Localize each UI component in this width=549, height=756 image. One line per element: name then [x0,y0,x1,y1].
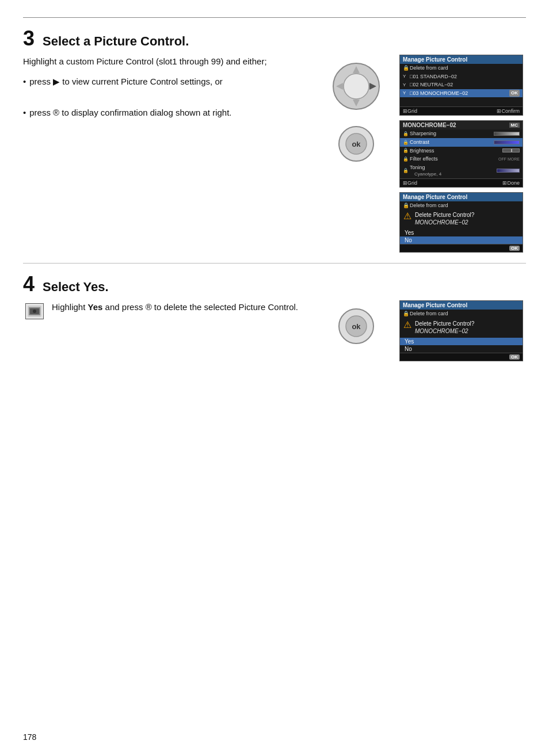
screen1-row2-icon: Y [403,73,410,79]
step4-header: 4 Select Yes. [23,274,526,295]
step4-title: Select Yes. [43,280,109,295]
svg-point-12 [33,310,36,313]
screen1-row1-icon: 🔒 [403,64,410,72]
screen2-bright-label: Brightness [410,147,502,155]
step4-text-bold: Yes [88,302,103,312]
screen4-footer: OK [400,353,523,361]
step3-bullet2-text: press ® to display confirmation dialog s… [29,106,231,119]
screen1-row4-icon: Y [403,90,410,96]
screen2-toning-bar [497,169,520,173]
screen2-toning-col: Toning Cyanotype, 4 [410,164,497,178]
screen2-sharp-icon: 🔒 [403,131,410,137]
screen3-dialog-text: Delete Picture Control? [415,212,474,218]
step-divider [23,263,526,264]
ok-button-icon: ok [336,124,376,164]
screen2: MONOCHROME−02 MC 🔒 Sharpening 🔒 Contrast [399,120,523,187]
screen1-row4: Y □03 MONOCHROME−02 OK [400,89,523,98]
svg-point-1 [344,74,369,99]
screen3: Manage Picture Control 🔒 Delete from car… [399,192,523,253]
screen4-exclaim-icon: ⚠ [403,320,411,330]
screen4-dialog-text: Delete Picture Control? [415,320,474,327]
screen4-row1: 🔒 Delete from card [400,310,523,318]
screen2-bright-bar [502,148,520,152]
ok-button-area: ok [336,124,376,164]
step4-text-col: Highlight Yes and press ® to delete the … [46,300,319,314]
bullet-dot-1: • [23,75,26,88]
screen3-dialog-name: MONOCHROME−02 [415,219,474,226]
screen2-sharp-bar [494,132,520,136]
screen2-contrast-icon: 🔒 [403,139,410,146]
screen2-contrast-bar [494,140,520,144]
screen1-header: Manage Picture Control [400,55,523,64]
svg-text:ok: ok [352,140,361,148]
screen1: Manage Picture Control 🔒 Delete from car… [399,55,523,116]
screen1-footer: ⊞Grid ⊞Confirm [400,106,523,115]
screen3-dialog-content: Delete Picture Control? MONOCHROME−02 [415,212,474,228]
step3-text-col: Highlight a custom Picture Control (slot… [23,55,319,129]
screen3-exclaim-icon: ⚠ [403,212,411,221]
screen1-ok-badge: OK [509,90,520,96]
screen1-row2: Y □01 STANDARD−02 [400,72,523,81]
step3-title: Select a Picture Control. [43,34,189,49]
step3-bullet2: • press ® to display confirmation dialog… [23,106,307,119]
screen3-row1-text: Delete from card [410,202,520,209]
screen3-row1-icon: 🔒 [403,202,410,209]
screen3-footer: OK [400,244,523,252]
screen2-toning-icon: 🔒 [403,167,410,174]
step4-controls-col: ok [319,300,394,352]
page-container: 3 Select a Picture Control. Highlight a … [0,0,549,756]
screen4-dialog-name: MONOCHROME−02 [415,328,474,334]
screen2-header-bar: MONOCHROME−02 MC [400,121,523,129]
svg-text:ok: ok [352,322,361,331]
screen1-row1-text: Delete from card [410,64,520,72]
screen3-header: Manage Picture Control [400,193,523,201]
screen2-header-text: MONOCHROME−02 [403,122,456,128]
screen2-contrast-label: Contrast [410,139,494,146]
screen2-contrast: 🔒 Contrast [400,138,523,147]
bullet-dot-2: • [23,106,26,119]
step4-paragraph: Highlight Yes and press ® to delete the … [52,300,313,314]
step4-body: Highlight Yes and press ® to delete the … [23,300,526,361]
screen3-yes: Yes [400,229,523,236]
sidebar-icon [25,303,44,319]
screen2-filter-icon: 🔒 [403,156,410,162]
screen2-footer: ⊞Grid ⊞Done [400,178,523,187]
step3-header: 3 Select a Picture Control. [23,28,526,49]
step4-sidebar [23,300,46,319]
step3-body: Highlight a custom Picture Control (slot… [23,55,526,253]
step3-controls-col: ok [319,55,394,170]
screen4-row1-text: Delete from card [410,310,520,318]
screen2-tag: MC [509,123,520,128]
screen3-no: No [400,236,523,244]
step3-section: 3 Select a Picture Control. Highlight a … [23,28,526,253]
step4-ok-button-area: ok [336,306,376,346]
page-number: 178 [23,732,36,742]
screen1-row4-text: □03 MONOCHROME−02 [410,90,509,97]
joystick-icon [330,60,382,112]
screen4-dialog-area: ⚠ Delete Picture Control? MONOCHROME−02 [400,318,523,338]
joystick-area [330,60,382,112]
step4-text-after: and press ® to delete the selected Pictu… [102,302,298,312]
screen4-header: Manage Picture Control [400,301,523,310]
screen1-row1: 🔒 Delete from card [400,64,523,72]
screen2-footer-right: ⊞Done [502,180,520,186]
screen2-toning-sub: Cyanotype, 4 [410,171,497,177]
screen1-footer-left: ⊞Grid [403,108,417,114]
step3-bullet1-text: press ▶ to view current Picture Control … [29,75,222,88]
screen4-no: No [400,345,523,353]
step4-screens-col: Manage Picture Control 🔒 Delete from car… [399,300,526,361]
screen1-row3: Y □02 NEUTRAL−02 [400,81,523,89]
screen2-filter: 🔒 Filter effects OFF MORE [400,155,523,163]
step3-intro: Highlight a custom Picture Control (slot… [23,55,307,68]
screen2-sharp-label: Sharpening [410,130,494,138]
step4-number: 4 [23,274,35,295]
step4-ok-button-icon: ok [336,306,376,346]
screen2-toning: 🔒 Toning Cyanotype, 4 [400,163,523,178]
screen2-footer-left: ⊞Grid [403,180,417,186]
screen4-ok-badge: OK [509,354,520,360]
screen1-row3-icon: Y [403,82,410,88]
step4-text-before: Highlight [52,302,88,312]
screen3-dialog-area: ⚠ Delete Picture Control? MONOCHROME−02 [400,209,523,229]
screen4-dialog-content: Delete Picture Control? MONOCHROME−02 [415,320,474,337]
top-rule [23,17,526,18]
